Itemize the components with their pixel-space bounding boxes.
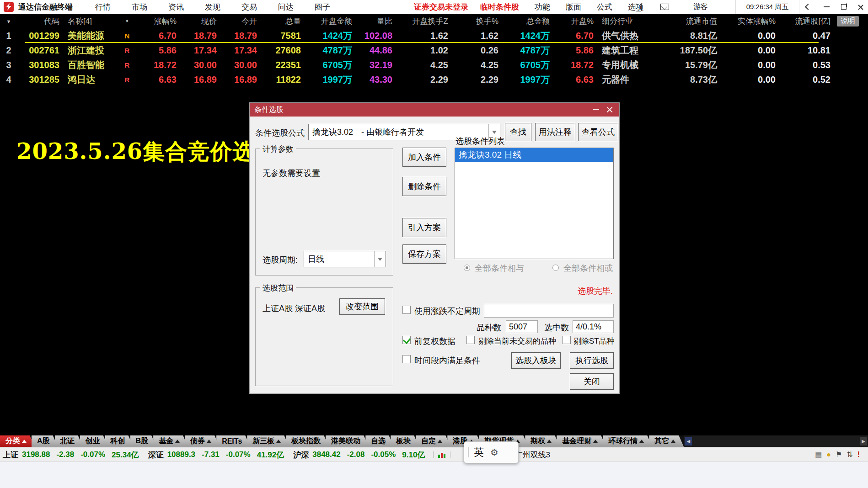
- radio-all-and[interactable]: [464, 265, 470, 271]
- sort-down-icon[interactable]: ▼: [6, 19, 11, 24]
- menu-item-圈子[interactable]: 圈子: [315, 2, 330, 12]
- tab-板块[interactable]: 板块: [391, 435, 419, 447]
- collapse-button[interactable]: [801, 2, 815, 12]
- note-badge[interactable]: 说明: [837, 16, 859, 27]
- table-row[interactable]: 1001299美能能源N6.7018.7918.7975811424万102.0…: [0, 28, 868, 43]
- menu-item-交易[interactable]: 交易: [241, 2, 257, 12]
- checkbox-time-label[interactable]: 时间段内满足条件: [414, 355, 480, 366]
- close-dialog-button[interactable]: 关闭: [570, 373, 614, 390]
- tab-港美联动[interactable]: 港美联动: [326, 435, 369, 447]
- checkbox-remove-untraded[interactable]: [466, 336, 475, 344]
- menu-item-版面[interactable]: 版面: [566, 2, 581, 12]
- menu-item-功能[interactable]: 功能: [535, 2, 550, 12]
- tab-REITs[interactable]: REITs: [216, 435, 250, 447]
- import-plan-button[interactable]: 引入方案: [402, 218, 446, 237]
- usage-note-button[interactable]: 用法注释: [535, 123, 575, 141]
- header-cell-industry[interactable]: 细分行业: [595, 16, 655, 27]
- checkbox-forward-adjusted[interactable]: [402, 336, 411, 344]
- updown-arrows-icon[interactable]: ⇅: [847, 449, 852, 460]
- header-cell-vol[interactable]: 总量: [259, 16, 303, 27]
- radio-or-label[interactable]: 全部条件相或: [563, 263, 613, 274]
- server-list-icon[interactable]: ▤: [815, 449, 822, 460]
- tab-创业[interactable]: 创业: [80, 435, 108, 447]
- updown-period-input[interactable]: [484, 304, 614, 318]
- add-condition-button[interactable]: 加入条件: [402, 148, 446, 167]
- tab-其它[interactable]: 其它: [649, 435, 684, 447]
- ime-drag-handle[interactable]: [468, 447, 469, 457]
- delete-condition-button[interactable]: 删除条件: [402, 177, 446, 196]
- radio-and-label[interactable]: 全部条件相与: [475, 263, 524, 274]
- header-cell-openhs[interactable]: 开盘换手Z: [394, 16, 450, 27]
- tab-北证[interactable]: 北证: [55, 435, 83, 447]
- tab-scroll-left-icon[interactable]: ◀: [685, 437, 692, 446]
- menu-item-市场[interactable]: 市场: [132, 2, 147, 12]
- header-cell-shizf[interactable]: 实体涨幅%: [719, 16, 777, 27]
- header-cell-amt[interactable]: 总金额: [500, 16, 552, 27]
- execute-select-button[interactable]: 执行选股: [570, 352, 614, 369]
- tab-环球行情[interactable]: 环球行情: [603, 435, 652, 447]
- checkbox-fq-label[interactable]: 前复权数据: [414, 336, 455, 347]
- user-name[interactable]: 游客: [693, 2, 708, 12]
- coin-icon[interactable]: ●: [826, 449, 831, 460]
- header-cell-name[interactable]: 名称[4]: [61, 16, 115, 27]
- flag-icon[interactable]: ⚑: [836, 449, 842, 460]
- checkbox-remove-st[interactable]: [563, 336, 571, 344]
- dialog-close-icon[interactable]: [606, 106, 613, 113]
- alert-bang-icon[interactable]: !: [857, 449, 860, 460]
- condition-list-item-selected[interactable]: 擒龙诀3.02 日线: [455, 148, 613, 162]
- header-cell-lb[interactable]: 量比: [354, 16, 394, 27]
- tab-板块指数[interactable]: 板块指数: [286, 435, 329, 447]
- select-to-block-button[interactable]: 选股入板块: [511, 352, 561, 369]
- tab-A股[interactable]: A股: [32, 435, 58, 447]
- table-row[interactable]: 2002761浙江建投R5.8617.3417.34276084787万44.8…: [0, 43, 868, 58]
- save-plan-button[interactable]: 保存方案: [402, 244, 446, 264]
- tab-新三板[interactable]: 新三板: [247, 435, 289, 447]
- tab-scroll-right-icon[interactable]: ▶: [860, 437, 867, 446]
- menu-item-问达[interactable]: 问达: [278, 2, 294, 12]
- header-cell-openamt[interactable]: 开盘金额: [303, 16, 354, 27]
- table-row[interactable]: 4301285鸿日达R6.6316.8916.89118221997万43.30…: [0, 72, 868, 87]
- menu-item-公式[interactable]: 公式: [597, 2, 612, 12]
- gear-icon[interactable]: ⚙: [490, 447, 498, 458]
- header-cell-hs[interactable]: 换手%: [450, 16, 500, 27]
- header-cell-open[interactable]: 今开: [219, 16, 259, 27]
- checkbox-updown-period[interactable]: [402, 306, 411, 314]
- tab-债券[interactable]: 债券: [185, 435, 220, 447]
- header-cell-tag[interactable]: •: [115, 16, 139, 26]
- tab-基金[interactable]: 基金: [153, 435, 188, 447]
- header-cell-openpct[interactable]: 开盘%: [552, 16, 595, 27]
- header-cell-idx[interactable]: ▼: [0, 16, 17, 26]
- tab-科创[interactable]: 科创: [105, 435, 134, 447]
- change-range-button[interactable]: 改变范围: [339, 298, 385, 315]
- radio-all-or[interactable]: [552, 265, 559, 271]
- checkbox-st-label[interactable]: 剔除ST品种: [573, 336, 615, 346]
- menu-item-行情[interactable]: 行情: [95, 2, 111, 12]
- condition-listbox[interactable]: 擒龙诀3.02 日线: [455, 148, 614, 259]
- menu-item-发现[interactable]: 发现: [205, 2, 220, 12]
- view-formula-button[interactable]: 查看公式: [578, 123, 618, 141]
- checkbox-time-range[interactable]: [402, 355, 411, 363]
- tab-期权[interactable]: 期权: [525, 435, 560, 447]
- period-combobox[interactable]: 日线: [304, 251, 386, 267]
- header-cell-ltg[interactable]: 流通股[亿]: [777, 16, 832, 27]
- close-button[interactable]: [853, 2, 867, 12]
- message-icon[interactable]: [660, 4, 669, 10]
- chevron-down-icon[interactable]: [374, 251, 386, 267]
- header-cell-mktcap[interactable]: 流通市值: [655, 16, 719, 27]
- dialog-titlebar[interactable]: 条件选股: [250, 103, 619, 117]
- checkbox-updown-label[interactable]: 使用涨跌不定周期: [414, 306, 480, 317]
- tab-分类[interactable]: 分类: [0, 435, 35, 447]
- header-cell-code[interactable]: 代码: [17, 16, 61, 27]
- find-button[interactable]: 查找: [505, 123, 531, 141]
- mobile-app-icon[interactable]: [636, 3, 642, 11]
- dialog-minimize-icon[interactable]: [593, 109, 599, 110]
- tab-自选[interactable]: 自选: [365, 435, 394, 447]
- header-cell-zf[interactable]: 涨幅%: [139, 16, 178, 27]
- tab-B股[interactable]: B股: [130, 435, 157, 447]
- header-cell-price[interactable]: 现价: [178, 16, 219, 27]
- restore-button[interactable]: [837, 2, 851, 12]
- table-row[interactable]: 3301083百胜智能R18.7230.0030.00223516705万32.…: [0, 58, 868, 72]
- mini-chart-icon[interactable]: [433, 451, 450, 458]
- tab-自定[interactable]: 自定: [416, 435, 450, 447]
- ime-language-label[interactable]: 英: [474, 446, 484, 459]
